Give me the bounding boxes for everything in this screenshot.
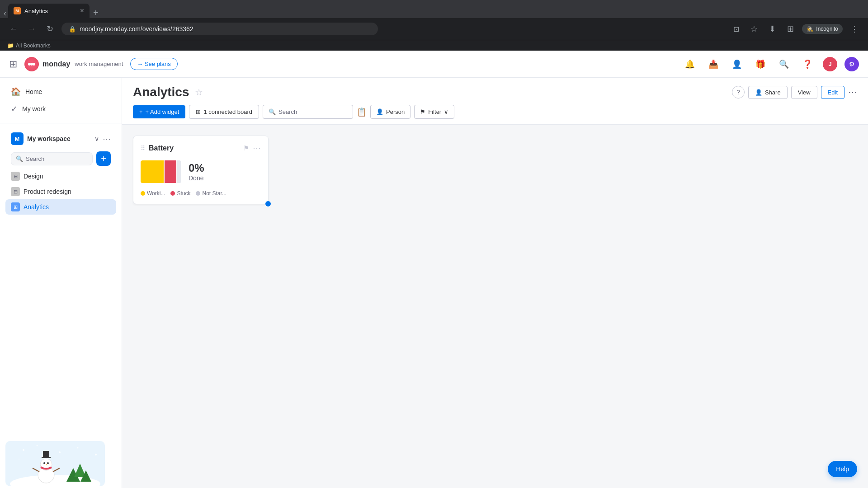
- page-title: Analytics: [133, 85, 189, 99]
- page-more-btn[interactable]: ⋯: [848, 87, 857, 98]
- share-label: Share: [765, 89, 781, 96]
- tab-close-btn[interactable]: ×: [80, 7, 84, 14]
- person-btn[interactable]: 👤 Person: [370, 105, 410, 119]
- workspace-name: My workspace: [27, 135, 91, 142]
- search-icon: 🔍: [16, 155, 23, 162]
- svg-point-15: [23, 449, 24, 451]
- help-floating-btn[interactable]: Help: [828, 461, 857, 477]
- cast-icon[interactable]: ⊡: [730, 23, 742, 35]
- battery-legend: Worki... Stuck Not Star...: [141, 190, 261, 197]
- back-btn[interactable]: ←: [7, 23, 20, 35]
- widget-filter-icon[interactable]: ⚑: [243, 144, 249, 152]
- widget-resize-handle[interactable]: [265, 201, 271, 206]
- top-nav: ⊞ monday work management → See plans 🔔 📥…: [0, 51, 868, 78]
- url-text: moodjoy.monday.com/overviews/263362: [80, 25, 193, 33]
- add-widget-btn[interactable]: + + Add widget: [133, 105, 185, 118]
- sidebar-search-box[interactable]: 🔍 Search: [11, 152, 93, 165]
- svg-point-7: [43, 462, 45, 464]
- add-widget-icon: +: [139, 108, 143, 115]
- see-plans-label: → See plans: [137, 61, 170, 67]
- legend-dot-stuck: [170, 191, 175, 196]
- svg-point-18: [77, 447, 79, 449]
- search-btn[interactable]: 🔍: [776, 56, 792, 72]
- header-actions: ? 👤 Share View Edit ⋯: [732, 86, 857, 99]
- inbox-btn[interactable]: 📥: [705, 56, 722, 72]
- legend-item-working: Worki...: [141, 190, 165, 197]
- sidebar-item-analytics[interactable]: ⊞ Analytics: [5, 199, 116, 215]
- widget-more-btn[interactable]: ⋯: [253, 143, 261, 153]
- sidebar-item-design[interactable]: ⊟ Design: [5, 169, 116, 184]
- sidebar-item-mywork[interactable]: ✓ My work: [5, 100, 116, 117]
- extensions-icon[interactable]: ⋮: [848, 23, 861, 35]
- active-tab[interactable]: M Analytics ×: [8, 4, 90, 18]
- product-redesign-label: Product redesign: [24, 188, 71, 195]
- notifications-btn[interactable]: 🔔: [682, 56, 698, 72]
- address-bar[interactable]: 🔒 moodjoy.monday.com/overviews/263362: [61, 23, 378, 35]
- mywork-label: My work: [22, 105, 46, 113]
- sidebar-search-row: 🔍 Search +: [5, 149, 116, 169]
- battery-segments: [141, 160, 181, 183]
- star-page-btn[interactable]: ☆: [195, 87, 203, 98]
- view-btn[interactable]: View: [791, 86, 817, 99]
- toolbar-search-icon: 🔍: [269, 108, 276, 115]
- mywork-icon: ✓: [11, 104, 18, 114]
- browser-chrome: ‹ M Analytics × + ← → ↻ 🔒 moodjoy.monday…: [0, 0, 868, 40]
- battery-done-label: Done: [189, 174, 204, 182]
- search-placeholder: Search: [26, 155, 44, 162]
- settings-icon[interactable]: ⚙: [844, 57, 859, 71]
- page-help-btn[interactable]: ?: [732, 86, 745, 99]
- monday-subtitle: work management: [75, 61, 123, 67]
- workspace-avatar: M: [11, 132, 24, 145]
- tab-back-arrow[interactable]: ‹: [4, 9, 6, 18]
- reload-btn[interactable]: ↻: [43, 23, 56, 35]
- connected-board-btn[interactable]: ⊞ 1 connected board: [189, 105, 259, 119]
- toolbar-search[interactable]: 🔍 Search: [263, 105, 353, 119]
- person-label: Person: [386, 108, 405, 115]
- sidebar-add-btn[interactable]: +: [96, 151, 111, 166]
- sidebar-item-home[interactable]: 🏠 Home: [5, 83, 116, 100]
- see-plans-btn[interactable]: → See plans: [130, 58, 177, 70]
- new-tab-btn[interactable]: +: [93, 8, 99, 18]
- bookmarks-folder[interactable]: 📁 All Bookmarks: [7, 42, 51, 49]
- main-layout: 🏠 Home ✓ My work M My workspace ∨ ⋯: [0, 78, 868, 488]
- connected-board-label: 1 connected board: [203, 108, 252, 115]
- person-icon: 👤: [376, 108, 383, 115]
- star-page-icon[interactable]: ☆: [748, 23, 760, 35]
- drag-handle-icon[interactable]: ⠿: [141, 145, 145, 152]
- tab-title: Analytics: [24, 8, 76, 14]
- svg-point-16: [37, 445, 38, 446]
- lock-icon: 🔒: [69, 26, 76, 33]
- filter-btn[interactable]: ⚑ Filter ∨: [414, 105, 454, 119]
- download-icon[interactable]: ⬇: [766, 23, 778, 35]
- incognito-icon: 🕵: [807, 26, 813, 32]
- legend-dot-working: [141, 191, 145, 196]
- sidebar-item-product-redesign[interactable]: ⊟ Product redesign: [5, 184, 116, 199]
- app-container: ⊞ monday work management → See plans 🔔 📥…: [0, 51, 868, 488]
- toolbar-search-placeholder: Search: [278, 108, 297, 115]
- analytics-board-icon: ⊞: [11, 202, 20, 211]
- page-title-row: Analytics ☆ ? 👤 Share View Edit ⋯: [133, 85, 857, 99]
- clipboard-icon[interactable]: 📋: [357, 107, 367, 117]
- workspace-more-icon[interactable]: ⋯: [103, 134, 111, 144]
- workspace-chevron-icon: ∨: [94, 135, 99, 142]
- help-btn-nav[interactable]: ❓: [799, 56, 816, 72]
- share-btn[interactable]: 👤 Share: [748, 86, 788, 99]
- battery-stats: 0% Done: [189, 162, 204, 182]
- svg-rect-11: [43, 451, 49, 457]
- legend-dot-notstarted: [196, 191, 200, 196]
- edit-btn[interactable]: Edit: [821, 86, 844, 99]
- help-btn-label: Help: [836, 465, 849, 473]
- design-board-icon: ⊟: [11, 172, 20, 181]
- svg-point-2: [33, 63, 35, 66]
- grid-menu-icon[interactable]: ⊞: [9, 58, 17, 70]
- legend-item-stuck: Stuck: [170, 190, 190, 197]
- forward-btn[interactable]: →: [25, 23, 38, 35]
- workspace-row[interactable]: M My workspace ∨ ⋯: [5, 129, 116, 149]
- filter-chevron-icon: ∨: [444, 108, 448, 115]
- gift-btn[interactable]: 🎁: [752, 56, 769, 72]
- people-btn[interactable]: 👤: [729, 56, 745, 72]
- split-screen-icon[interactable]: ⊞: [784, 23, 797, 35]
- content-area: Analytics ☆ ? 👤 Share View Edit ⋯: [122, 78, 868, 488]
- user-avatar[interactable]: J: [823, 57, 837, 71]
- battery-widget: ⠿ Battery ⚑ ⋯: [133, 136, 269, 204]
